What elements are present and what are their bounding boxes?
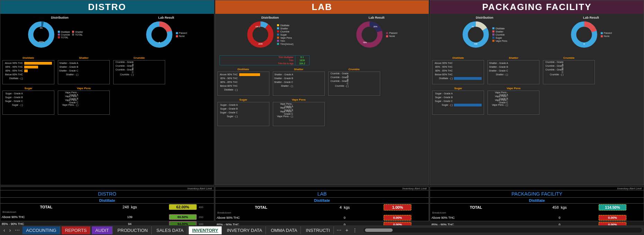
panel-title-distro: DISTRO xyxy=(0,0,214,14)
chart-distribution-lab: Distribution 184.2 1839 Distillate Shatt… xyxy=(247,16,293,48)
summary-distro: Inventory Alert Limit DISTRO Distillate … xyxy=(0,187,214,221)
barchart-distillate-lab: Distillate Above 90% THC 85% - 90% THC 8… xyxy=(217,72,269,96)
tab-ommadata[interactable]: OMMA DATA xyxy=(267,226,301,234)
barchart-crumble-lab: Crumble Crumble - Grade A Crumble - Grad… xyxy=(328,72,380,96)
barchart-sugar-pkg: Sugar Sugar - Grade A Sugar - Grade B Su… xyxy=(432,91,484,115)
svg-text:458: 458 xyxy=(474,43,477,45)
sheet-tab-bar: ‹ › ⋯ ACCOUNTING REPORTS AUDIT PRODUCTIO… xyxy=(0,225,644,235)
barchart-distillate-pkg: Distillate Above 90% THC 85% - 90% THC 8… xyxy=(432,60,484,84)
panel-lab: LAB Distribution 184.2 1839 Distillate xyxy=(215,0,429,185)
panel-title-lab: LAB xyxy=(215,0,429,14)
add-sheet-icon[interactable]: + xyxy=(344,227,350,233)
barchart-crumble-pkg: Crumble Crumble - Grade A Crumble - Grad… xyxy=(543,60,595,84)
tab-inventorydata[interactable]: INVETORY DATA xyxy=(223,226,266,234)
barchart-crumble: Crumble Crumble - Grade A Crumble - Grad… xyxy=(113,60,165,84)
sheet-list-icon[interactable]: ⋮ xyxy=(351,227,359,233)
barchart-shatter-pkg: Shatter Shatter - Grade A Shatter - Grad… xyxy=(488,60,539,84)
horizontal-scrollbar[interactable] xyxy=(364,228,642,233)
barchart-shatter-lab: Shatter Shatter - Grade A Shatter - Grad… xyxy=(273,72,325,96)
donut-icon: 184.2 1839 xyxy=(247,21,274,48)
chart-distribution-distro: Distribution 0% 100% Distillate Shatter … xyxy=(27,16,92,48)
barchart-sugar: Sugar Sugar - Grade A Sugar - Grade B Su… xyxy=(2,91,54,115)
barchart-vapepens-lab: Vape Pens Vape Pens - Grade A Vape Pens … xyxy=(273,102,325,126)
barchart-shatter: Shatter Shatter - Grade A Shatter - Grad… xyxy=(58,60,110,84)
summary-strip: Inventory Alert Limit DISTRO Distillate … xyxy=(0,187,644,221)
panel-packaging: PACKAGING FACILITY Distribution 91 458 D… xyxy=(430,0,644,185)
tabs-overflow-icon[interactable]: ⋯ xyxy=(335,227,343,233)
tab-audit[interactable]: AUDIT xyxy=(92,226,113,234)
barchart-distillate: Distillate Above 90% THC 85% - 90% THC 8… xyxy=(2,60,54,84)
nav-prev-icon[interactable]: ‹ xyxy=(2,227,7,233)
summary-lab: Inventory Alert Limit LAB Distillate TOT… xyxy=(215,187,429,221)
svg-text:0%: 0% xyxy=(39,27,42,29)
nav-next-icon[interactable]: › xyxy=(8,227,12,233)
chart-labresult-packaging: Lab Result 8 Passed None xyxy=(570,16,612,48)
trim-multiplier-box: Trim Multiplier0.1 Trim1839 Trim lbs to … xyxy=(220,55,310,65)
svg-text:8: 8 xyxy=(583,43,584,45)
chart-labresult-distro: Lab Result 8 Passed None xyxy=(145,16,187,48)
svg-point-7 xyxy=(250,24,271,45)
donut-icon: 8 xyxy=(570,21,598,48)
donut-icon: 0% 100% xyxy=(27,21,55,48)
chart-labresult-lab: Lab Result 20% 79% Passed None xyxy=(356,16,397,48)
panel-distro: DISTRO Distribution 0% 100% Distillate xyxy=(0,0,214,185)
barchart-vapepens-pkg: Vape Pens Vape Pens - Grade A Vape Pens … xyxy=(488,91,539,115)
barchart-sugar-lab: Sugar Sugar - Grade A Sugar - Grade B Su… xyxy=(217,102,269,126)
nav-more-icon[interactable]: ⋯ xyxy=(14,227,21,233)
tab-accounting[interactable]: ACCOUNTING xyxy=(23,226,60,234)
tab-instructions[interactable]: INSTRUCTI xyxy=(302,226,333,234)
svg-text:8: 8 xyxy=(159,41,160,44)
donut-icon: 91 458 xyxy=(462,21,490,48)
donut-icon: 20% 79% xyxy=(356,21,383,48)
tab-salesdata[interactable]: SALES DATA xyxy=(153,226,187,234)
summary-packaging: Inventory Alert Limit PACKAGING FACILITY… xyxy=(430,187,644,221)
tab-reports[interactable]: REPORTS xyxy=(62,226,91,234)
svg-text:20%: 20% xyxy=(374,26,377,28)
svg-text:184.2: 184.2 xyxy=(256,26,260,28)
chart-distribution-packaging: Distribution 91 458 Distillate Shatter C… xyxy=(462,16,507,48)
barchart-vapepens: Vape Pens Vape Pens - Grade A Vape Pens … xyxy=(58,91,110,115)
tab-inventory[interactable]: INVENTORY xyxy=(189,226,222,234)
svg-text:100%: 100% xyxy=(38,41,44,43)
tab-production[interactable]: PRODUCTION xyxy=(114,226,151,234)
svg-text:1839: 1839 xyxy=(258,43,263,45)
panel-title-packaging: PACKAGING FACILITY xyxy=(430,0,644,14)
donut-icon: 8 xyxy=(145,21,173,48)
dashboard-panels: DISTRO Distribution 0% 100% Distillate xyxy=(0,0,644,185)
svg-text:79%: 79% xyxy=(363,41,367,44)
svg-text:91: 91 xyxy=(472,26,474,28)
